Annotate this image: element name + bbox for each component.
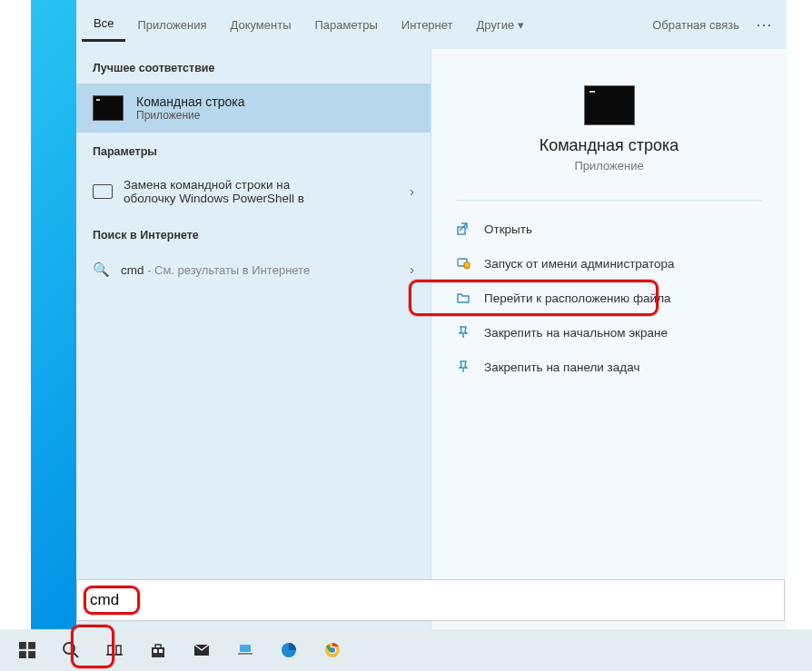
chevron-down-icon: ▾ [518, 18, 524, 32]
search-icon: 🔍 [93, 261, 110, 278]
svg-rect-11 [159, 649, 163, 653]
svg-rect-5 [28, 651, 35, 658]
start-button[interactable] [9, 632, 45, 668]
section-web: Поиск в Интернете [76, 216, 431, 251]
taskbar-search-icon[interactable] [53, 632, 89, 668]
settings-row-line1: Замена командной строки на [124, 178, 304, 192]
svg-rect-4 [19, 651, 26, 658]
search-input[interactable] [90, 591, 771, 609]
web-row-query: cmd [121, 263, 144, 277]
cmd-icon [584, 85, 635, 125]
preview-title: Командная строка [431, 136, 787, 155]
action-location-label: Перейти к расположению файла [484, 291, 671, 305]
preview-sub: Приложение [431, 159, 787, 173]
chrome-icon[interactable] [314, 632, 351, 668]
settings-result-row[interactable]: Замена командной строки на оболочку Wind… [76, 167, 431, 216]
search-bar[interactable] [76, 579, 785, 621]
action-pin-start[interactable]: Закрепить на начальном экране [453, 315, 765, 350]
folder-icon [455, 290, 471, 306]
action-pin-taskbar[interactable]: Закрепить на панели задач [453, 350, 765, 384]
chevron-right-icon: › [410, 184, 414, 199]
best-match-text: Командная строка Приложение [136, 94, 244, 122]
filter-tabs: Все Приложения Документы Параметры Интер… [76, 0, 787, 49]
svg-rect-10 [153, 649, 157, 653]
tab-docs[interactable]: Документы [218, 9, 302, 41]
open-icon [455, 221, 471, 237]
tab-all[interactable]: Все [82, 7, 125, 42]
action-pin-taskbar-label: Закрепить на панели задач [484, 360, 639, 374]
tab-settings[interactable]: Параметры [302, 9, 389, 41]
mail-icon[interactable] [183, 632, 220, 668]
laptop-icon[interactable] [227, 632, 263, 668]
admin-shield-icon [455, 255, 471, 271]
svg-rect-7 [108, 646, 113, 655]
taskbar [0, 629, 812, 671]
accent-bar [31, 0, 76, 630]
svg-rect-8 [116, 646, 121, 655]
action-run-admin[interactable]: Запуск от имени администратора [453, 246, 765, 281]
action-open[interactable]: Открыть [453, 212, 765, 246]
more-options-icon[interactable]: ⋯ [748, 15, 781, 35]
best-match-sub: Приложение [136, 109, 244, 122]
svg-rect-2 [19, 642, 26, 649]
pin-icon [455, 359, 471, 375]
chevron-right-icon: › [410, 262, 414, 277]
edge-icon[interactable] [271, 632, 307, 668]
search-window: Все Приложения Документы Параметры Интер… [31, 0, 787, 630]
action-location[interactable]: Перейти к расположению файла [453, 281, 765, 315]
settings-row-text: Замена командной строки на оболочку Wind… [124, 178, 304, 205]
powershell-icon [93, 184, 113, 199]
preview-icon-wrap [431, 85, 787, 125]
store-icon[interactable] [140, 632, 176, 668]
results-column: Лучшее соответствие Командная строка При… [76, 49, 431, 630]
action-admin-label: Запуск от имени администратора [484, 257, 675, 271]
divider [457, 200, 761, 201]
pin-icon [455, 324, 471, 340]
task-view-icon[interactable] [96, 632, 133, 668]
svg-rect-14 [238, 653, 253, 655]
content-area: Лучшее соответствие Командная строка При… [76, 49, 787, 630]
svg-point-6 [64, 643, 74, 654]
section-best-match: Лучшее соответствие [76, 49, 431, 84]
preview-column: Командная строка Приложение Открыть Запу… [431, 49, 787, 630]
action-open-label: Открыть [484, 222, 532, 236]
tab-more-label: Другие [477, 18, 515, 32]
action-pin-start-label: Закрепить на начальном экране [484, 326, 668, 340]
best-match-title: Командная строка [136, 94, 244, 109]
web-result-row[interactable]: 🔍 cmd - См. результаты в Интернете › [76, 251, 431, 289]
cmd-icon [93, 95, 124, 121]
svg-rect-13 [240, 645, 251, 652]
svg-rect-3 [28, 642, 35, 649]
section-settings: Параметры [76, 133, 431, 167]
web-row-text: cmd - См. результаты в Интернете [121, 263, 310, 277]
settings-row-line2: оболочку Windows PowerShell в [124, 192, 304, 205]
web-row-suffix: - См. результаты в Интернете [144, 263, 311, 277]
main-panel: Все Приложения Документы Параметры Интер… [76, 0, 787, 630]
tab-more[interactable]: Другие ▾ [465, 9, 537, 41]
feedback-link[interactable]: Обратная связь [643, 18, 748, 32]
tab-internet[interactable]: Интернет [390, 9, 465, 41]
tab-apps[interactable]: Приложения [125, 9, 218, 41]
best-match-item[interactable]: Командная строка Приложение [76, 84, 431, 133]
